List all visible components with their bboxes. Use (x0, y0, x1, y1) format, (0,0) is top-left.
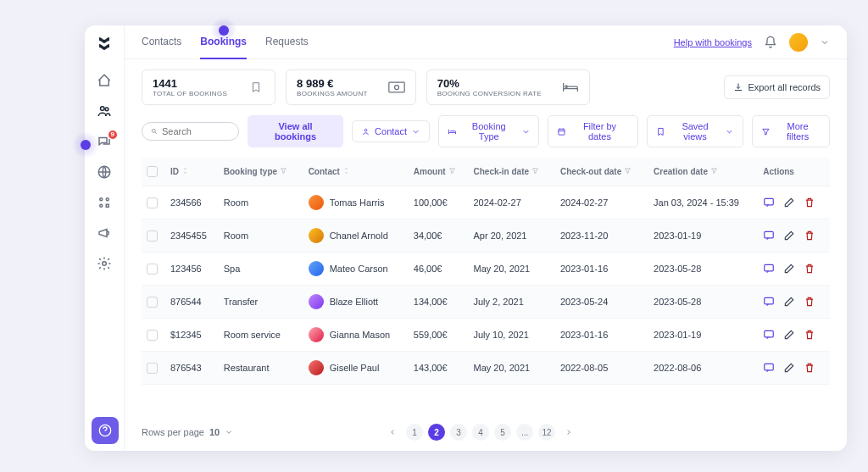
page-button[interactable]: 2 (428, 424, 445, 441)
page-button[interactable]: 5 (494, 424, 511, 441)
topbar: Contacts Bookings Requests Help with boo… (125, 25, 847, 59)
edit-action-icon[interactable] (783, 329, 795, 341)
chevron-down-icon[interactable] (820, 37, 830, 47)
notifications-icon[interactable] (764, 36, 777, 49)
sidebar-apps-icon[interactable] (97, 195, 112, 210)
tab-contacts[interactable]: Contacts (142, 25, 181, 59)
row-checkbox[interactable] (147, 264, 158, 275)
stat-value: 1441 (153, 77, 227, 90)
stat-label: BOOKING CONVERSION RATE (437, 90, 542, 97)
row-checkbox[interactable] (147, 297, 158, 308)
table-row: 876543 Restaurant Giselle Paul 143,00€ M… (142, 352, 830, 385)
app-window: Contacts Bookings Requests Help with boo… (85, 25, 847, 451)
bed-icon (448, 127, 457, 136)
edit-action-icon[interactable] (783, 230, 795, 242)
sidebar-contacts-icon[interactable] (97, 103, 112, 119)
col-type[interactable]: Booking type (219, 158, 303, 186)
row-checkbox[interactable] (147, 363, 158, 374)
tab-bookings[interactable]: Bookings (200, 25, 247, 59)
col-contact[interactable]: Contact (303, 158, 409, 186)
svg-point-5 (100, 204, 103, 207)
page-prev[interactable] (384, 424, 401, 441)
col-amount[interactable]: Amount (409, 158, 469, 186)
delete-action-icon[interactable] (804, 362, 815, 374)
cell-contact: Blaze Elliott (303, 286, 409, 319)
cell-contact: Gianna Mason (303, 319, 409, 352)
sidebar-settings-icon[interactable] (97, 256, 112, 271)
delete-action-icon[interactable] (804, 296, 815, 308)
sidebar-globe-icon[interactable] (97, 164, 112, 180)
bed-icon (562, 81, 579, 93)
page-button[interactable]: 3 (450, 424, 467, 441)
cell-checkin: July 2, 2021 (469, 286, 555, 319)
sidebar-inbox-icon[interactable]: 9 (97, 134, 112, 149)
sidebar-home-icon[interactable] (97, 73, 112, 88)
page-button[interactable]: ... (516, 424, 533, 441)
cell-type: Room (219, 186, 303, 219)
nav-tabs: Contacts Bookings Requests (142, 25, 309, 59)
svg-rect-17 (765, 264, 774, 271)
col-id[interactable]: ID (165, 158, 219, 186)
stat-label: TOTAL OF BOOKINGS (153, 90, 227, 97)
delete-action-icon[interactable] (804, 329, 815, 341)
download-icon (733, 82, 743, 92)
page-button[interactable]: 1 (406, 424, 423, 441)
chat-action-icon[interactable] (763, 197, 775, 208)
sort-icon (342, 167, 350, 175)
filter-more[interactable]: More filters (752, 115, 830, 147)
row-checkbox[interactable] (147, 230, 158, 242)
select-all-checkbox[interactable] (147, 166, 158, 177)
svg-point-3 (100, 198, 103, 201)
cell-checkout: 2023-11-20 (555, 219, 648, 253)
filter-saved-views[interactable]: Saved views (647, 115, 744, 147)
search-box[interactable] (142, 122, 239, 141)
delete-action-icon[interactable] (804, 230, 815, 242)
filter-booking-type[interactable]: Booking Type (438, 115, 539, 147)
edit-action-icon[interactable] (783, 296, 795, 308)
app-logo (94, 34, 114, 54)
row-checkbox[interactable] (147, 197, 158, 208)
cell-checkout: 2023-01-16 (555, 319, 648, 352)
col-created[interactable]: Creation date (648, 158, 758, 186)
filter-contact[interactable]: Contact (352, 120, 430, 142)
svg-rect-15 (765, 198, 774, 205)
chat-action-icon[interactable] (763, 230, 775, 242)
rows-per-page[interactable]: Rows per page 10 (142, 427, 233, 437)
chat-action-icon[interactable] (763, 329, 775, 341)
edit-action-icon[interactable] (783, 362, 795, 374)
tab-requests[interactable]: Requests (265, 25, 309, 59)
chat-action-icon[interactable] (763, 296, 775, 308)
cell-checkin: July 10, 2021 (469, 319, 555, 352)
page-button[interactable]: 4 (472, 424, 489, 441)
user-avatar[interactable] (789, 33, 808, 52)
export-label: Export all records (748, 82, 821, 92)
help-fab[interactable] (92, 417, 119, 444)
chat-action-icon[interactable] (763, 362, 775, 374)
delete-action-icon[interactable] (804, 263, 815, 275)
delete-action-icon[interactable] (804, 197, 815, 208)
sidebar-campaign-icon[interactable] (97, 225, 112, 241)
search-input[interactable] (162, 126, 230, 136)
col-actions: Actions (758, 158, 830, 186)
edit-action-icon[interactable] (783, 197, 795, 208)
row-checkbox[interactable] (147, 330, 158, 341)
chat-action-icon[interactable] (763, 263, 775, 275)
money-icon (388, 81, 405, 93)
export-button[interactable]: Export all records (724, 75, 830, 99)
contact-avatar (309, 360, 324, 375)
svg-rect-6 (106, 204, 108, 207)
page-next[interactable] (560, 424, 577, 441)
stats-row: 1441TOTAL OF BOOKINGS 8 989 €BOOKINGS AM… (125, 59, 847, 115)
edit-action-icon[interactable] (783, 263, 795, 275)
cell-created: Jan 03, 2024 - 15:39 (648, 186, 758, 219)
view-all-button[interactable]: View all bookings (248, 115, 343, 147)
help-link[interactable]: Help with bookings (674, 37, 752, 47)
filter-dates[interactable]: Filter by dates (548, 115, 637, 147)
cell-created: 2023-01-19 (648, 219, 758, 253)
page-button[interactable]: 12 (538, 424, 555, 441)
svg-point-7 (103, 262, 107, 266)
col-checkout[interactable]: Check-out date (555, 158, 648, 186)
svg-rect-16 (765, 231, 774, 238)
cell-checkin: May 20, 2021 (469, 352, 555, 385)
col-checkin[interactable]: Check-in date (469, 158, 555, 186)
